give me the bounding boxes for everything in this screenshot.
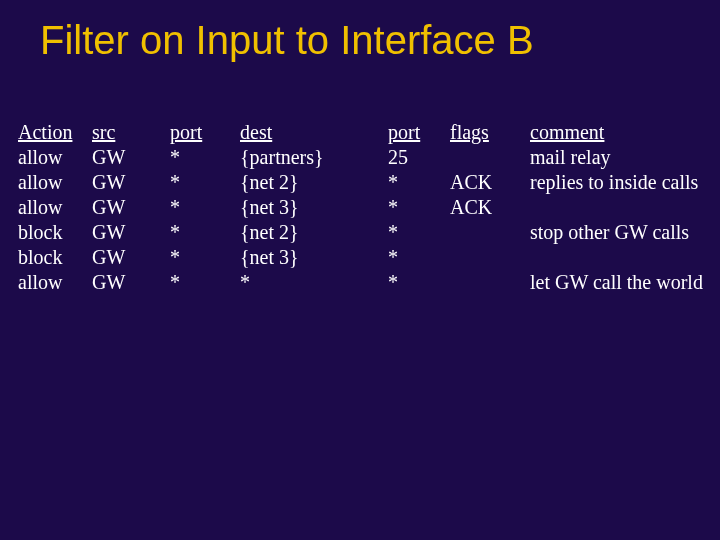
cell-comment (530, 245, 720, 270)
cell-action: allow (18, 270, 92, 295)
col-header-port2: port (388, 120, 450, 145)
cell-src: GW (92, 245, 170, 270)
table-row: allow GW * * * let GW call the world (18, 270, 720, 295)
col-header-port1: port (170, 120, 240, 145)
cell-action: block (18, 220, 92, 245)
cell-port1: * (170, 195, 240, 220)
cell-port1: * (170, 170, 240, 195)
table-row: allow GW * {net 2} * ACK replies to insi… (18, 170, 720, 195)
cell-action: allow (18, 170, 92, 195)
cell-dest: {net 3} (240, 195, 388, 220)
cell-flags (450, 270, 530, 295)
cell-port1: * (170, 145, 240, 170)
cell-flags: ACK (450, 195, 530, 220)
col-header-dest: dest (240, 120, 388, 145)
cell-port2: 25 (388, 145, 450, 170)
slide-title: Filter on Input to Interface B (40, 18, 534, 63)
col-header-flags: flags (450, 120, 530, 145)
cell-src: GW (92, 170, 170, 195)
cell-comment (530, 195, 720, 220)
cell-comment: let GW call the world (530, 270, 720, 295)
col-header-src: src (92, 120, 170, 145)
cell-port1: * (170, 220, 240, 245)
cell-src: GW (92, 145, 170, 170)
cell-port2: * (388, 195, 450, 220)
filter-table: Action src port dest port flags comment … (18, 120, 720, 295)
cell-port2: * (388, 170, 450, 195)
cell-dest: {net 3} (240, 245, 388, 270)
cell-flags (450, 220, 530, 245)
cell-src: GW (92, 195, 170, 220)
cell-port1: * (170, 270, 240, 295)
col-header-comment: comment (530, 120, 720, 145)
col-header-action: Action (18, 120, 92, 145)
cell-action: block (18, 245, 92, 270)
slide: Filter on Input to Interface B Action sr… (0, 0, 720, 540)
table-row: block GW * {net 3} * (18, 245, 720, 270)
table-row: allow GW * {net 3} * ACK (18, 195, 720, 220)
cell-action: allow (18, 145, 92, 170)
cell-dest: {partners} (240, 145, 388, 170)
table-row: allow GW * {partners} 25 mail relay (18, 145, 720, 170)
cell-comment: mail relay (530, 145, 720, 170)
cell-flags (450, 145, 530, 170)
cell-flags: ACK (450, 170, 530, 195)
table-row: block GW * {net 2} * stop other GW calls (18, 220, 720, 245)
cell-dest: * (240, 270, 388, 295)
cell-port2: * (388, 220, 450, 245)
cell-port2: * (388, 245, 450, 270)
cell-port2: * (388, 270, 450, 295)
table-header-row: Action src port dest port flags comment (18, 120, 720, 145)
cell-flags (450, 245, 530, 270)
cell-dest: {net 2} (240, 170, 388, 195)
cell-action: allow (18, 195, 92, 220)
cell-comment: stop other GW calls (530, 220, 720, 245)
cell-dest: {net 2} (240, 220, 388, 245)
cell-comment: replies to inside calls (530, 170, 720, 195)
cell-src: GW (92, 270, 170, 295)
cell-src: GW (92, 220, 170, 245)
cell-port1: * (170, 245, 240, 270)
